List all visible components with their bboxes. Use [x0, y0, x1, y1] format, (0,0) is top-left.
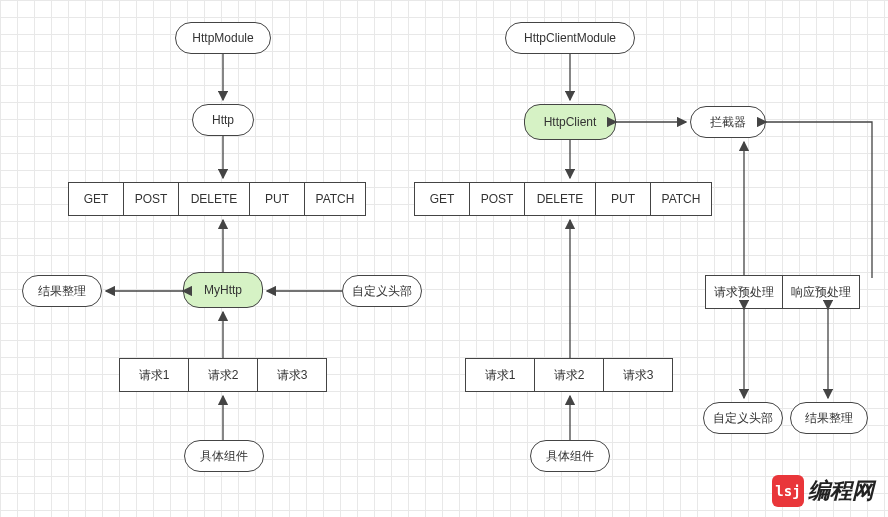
node-http-module: HttpModule — [175, 22, 271, 54]
right-method-patch: PATCH — [650, 182, 712, 216]
node-httpclient: HttpClient — [524, 104, 616, 140]
right-method-delete: DELETE — [524, 182, 596, 216]
node-result-handling-right: 结果整理 — [790, 402, 868, 434]
right-req-2: 请求2 — [534, 358, 604, 392]
left-method-put: PUT — [249, 182, 305, 216]
watermark-badge: lsj — [772, 475, 804, 507]
left-method-patch: PATCH — [304, 182, 366, 216]
node-interceptor: 拦截器 — [690, 106, 766, 138]
left-method-delete: DELETE — [178, 182, 250, 216]
right-req-3: 请求3 — [603, 358, 673, 392]
node-component-left: 具体组件 — [184, 440, 264, 472]
watermark-text: 编程网 — [808, 476, 874, 506]
node-component-right: 具体组件 — [530, 440, 610, 472]
right-req-1: 请求1 — [465, 358, 535, 392]
node-http: Http — [192, 104, 254, 136]
left-req-3: 请求3 — [257, 358, 327, 392]
node-result-handling-left: 结果整理 — [22, 275, 102, 307]
left-method-post: POST — [123, 182, 179, 216]
node-custom-header-right: 自定义头部 — [703, 402, 783, 434]
watermark: lsj 编程网 — [772, 475, 874, 507]
node-httpclient-module: HttpClientModule — [505, 22, 635, 54]
left-method-get: GET — [68, 182, 124, 216]
node-custom-header-left: 自定义头部 — [342, 275, 422, 307]
right-method-get: GET — [414, 182, 470, 216]
node-preresponse: 响应预处理 — [782, 275, 860, 309]
node-prerequest: 请求预处理 — [705, 275, 783, 309]
right-method-post: POST — [469, 182, 525, 216]
right-method-put: PUT — [595, 182, 651, 216]
left-req-1: 请求1 — [119, 358, 189, 392]
left-req-2: 请求2 — [188, 358, 258, 392]
edges-layer — [0, 0, 888, 517]
node-myhttp: MyHttp — [183, 272, 263, 308]
